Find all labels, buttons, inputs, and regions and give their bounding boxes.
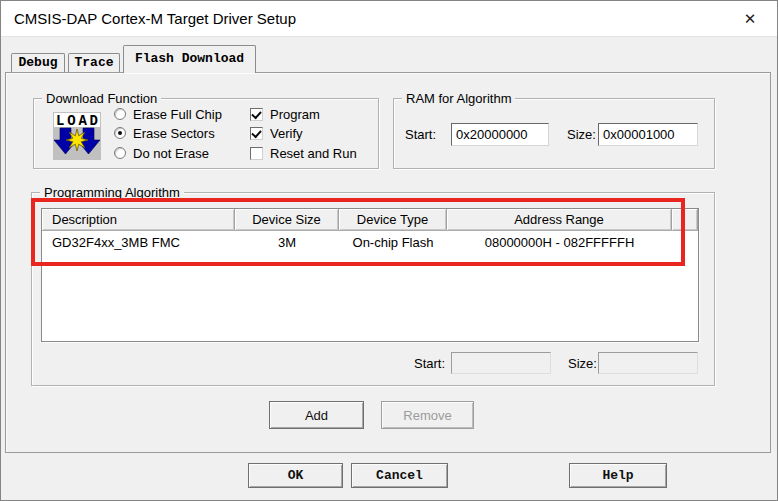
radio-icon	[114, 108, 126, 120]
help-button[interactable]: Help	[569, 463, 667, 488]
header-description[interactable]: Description	[42, 209, 235, 230]
header-device-type[interactable]: Device Type	[339, 209, 447, 230]
ram-for-algorithm-label: RAM for Algorithm	[402, 91, 515, 106]
radio-icon	[114, 127, 126, 139]
cell-device-size: 3M	[235, 235, 339, 250]
load-star	[66, 129, 88, 151]
radio-erase-sectors[interactable]: Erase Sectors	[114, 125, 215, 141]
algorithm-size-label: Size:	[568, 356, 597, 372]
close-button[interactable]: ✕	[729, 1, 771, 37]
download-function-label: Download Function	[42, 91, 161, 106]
checkbox-verify[interactable]: Verify	[250, 125, 303, 141]
algorithm-start-input	[451, 352, 551, 374]
close-icon: ✕	[744, 10, 757, 28]
radio-icon	[114, 147, 126, 159]
window-title: CMSIS-DAP Cortex-M Target Driver Setup	[14, 1, 296, 37]
ram-size-label: Size:	[567, 127, 596, 143]
tab-trace[interactable]: Trace	[68, 53, 120, 72]
checkbox-icon	[250, 147, 263, 160]
header-stub	[672, 209, 698, 230]
title-bar: CMSIS-DAP Cortex-M Target Driver Setup ✕	[1, 1, 777, 37]
programming-algorithm-label: Programming Algorithm	[40, 185, 184, 200]
ram-size-input[interactable]	[598, 123, 698, 146]
header-device-size[interactable]: Device Size	[235, 209, 339, 230]
header-address-range[interactable]: Address Range	[447, 209, 672, 230]
radio-do-not-erase[interactable]: Do not Erase	[114, 145, 209, 161]
radio-label: Erase Sectors	[133, 126, 215, 141]
remove-button: Remove	[381, 401, 474, 429]
algorithm-table: Description Device Size Device Type Addr…	[41, 208, 699, 342]
ram-start-input[interactable]	[451, 123, 549, 146]
checkbox-icon	[250, 127, 263, 140]
radio-label: Erase Full Chip	[133, 107, 222, 122]
cell-address-range: 08000000H - 082FFFFFH	[447, 235, 672, 250]
tab-debug[interactable]: Debug	[11, 53, 65, 72]
algorithm-table-header: Description Device Size Device Type Addr…	[42, 209, 698, 231]
ok-button[interactable]: OK	[248, 463, 343, 488]
checkbox-label: Verify	[270, 126, 303, 141]
checkbox-reset-and-run[interactable]: Reset and Run	[250, 145, 357, 161]
add-button[interactable]: Add	[269, 401, 364, 429]
algorithm-size-input	[598, 352, 698, 374]
cell-device-type: On-chip Flash	[339, 235, 447, 250]
radio-erase-full-chip[interactable]: Erase Full Chip	[114, 106, 222, 122]
table-row[interactable]: GD32F4xx_3MB FMC 3M On-chip Flash 080000…	[42, 231, 698, 253]
checkbox-label: Program	[270, 107, 320, 122]
tab-flash-download[interactable]: Flash Download	[123, 45, 256, 73]
radio-label: Do not Erase	[133, 146, 209, 161]
algorithm-start-label: Start:	[414, 356, 445, 372]
cell-description: GD32F4xx_3MB FMC	[42, 235, 235, 250]
ram-start-label: Start:	[405, 127, 436, 143]
checkbox-program[interactable]: Program	[250, 106, 320, 122]
checkbox-icon	[250, 108, 263, 121]
checkbox-label: Reset and Run	[270, 146, 357, 161]
cmsis-dap-setup-dialog: CMSIS-DAP Cortex-M Target Driver Setup ✕…	[0, 0, 778, 501]
load-icon: LOAD	[53, 112, 101, 160]
cancel-button[interactable]: Cancel	[351, 463, 448, 488]
